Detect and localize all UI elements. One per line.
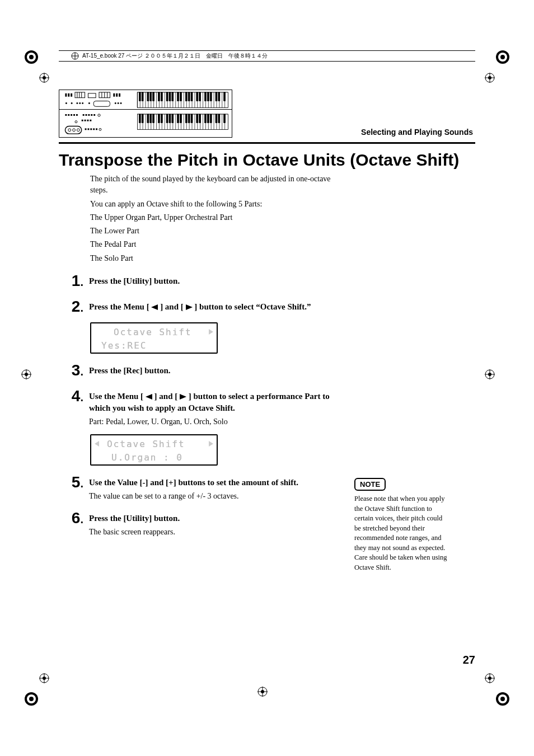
svg-rect-134	[150, 92, 152, 101]
svg-rect-153	[224, 92, 226, 101]
lcd2-line1: Octave Shift	[107, 439, 185, 449]
svg-rect-195	[169, 114, 171, 123]
svg-rect-208	[218, 114, 220, 123]
svg-rect-80	[91, 114, 92, 116]
svg-rect-139	[169, 92, 171, 101]
svg-point-2	[29, 55, 34, 59]
svg-point-11	[500, 697, 505, 701]
svg-point-91	[77, 129, 79, 132]
svg-rect-47	[65, 93, 67, 97]
svg-rect-191	[153, 114, 154, 123]
svg-rect-141	[177, 92, 179, 101]
svg-rect-197	[177, 114, 179, 123]
instrument-panel-illustration	[59, 90, 232, 138]
svg-rect-192	[158, 114, 160, 123]
svg-rect-146	[196, 92, 198, 101]
step-number: 2.	[59, 298, 83, 316]
small-reg-bl	[39, 673, 49, 683]
svg-rect-61	[119, 93, 120, 97]
svg-rect-205	[207, 114, 209, 123]
step-6-detail: The basic screen reappears.	[89, 527, 339, 538]
svg-rect-137	[161, 92, 162, 101]
svg-point-5	[500, 55, 505, 59]
lcd2-line2: U.Organ : 0	[111, 452, 183, 463]
svg-rect-131	[139, 92, 140, 101]
main-column: The pitch of the sound played by the key…	[59, 173, 339, 538]
svg-rect-136	[158, 92, 160, 101]
header-meta-text: AT-15_e.book 27 ページ ２００５年１月２１日 金曜日 午後８時１…	[82, 52, 268, 60]
svg-rect-209	[224, 114, 226, 123]
reg-mark-bottom-left	[24, 691, 39, 707]
svg-rect-54	[88, 93, 96, 98]
svg-point-19	[488, 76, 491, 79]
svg-rect-189	[147, 114, 149, 123]
svg-rect-152	[218, 92, 220, 101]
svg-rect-142	[180, 92, 182, 101]
step-6-instr: Press the [Utility] button.	[89, 513, 339, 524]
step-number: 1.	[59, 272, 83, 290]
svg-rect-87	[90, 120, 91, 121]
svg-rect-149	[207, 92, 209, 101]
svg-point-65	[79, 102, 81, 104]
reg-mark-top-left	[24, 49, 39, 65]
svg-point-89	[68, 129, 71, 132]
keyboard-icon	[59, 90, 232, 137]
svg-rect-93	[87, 128, 89, 130]
panel-and-label-row: Selecting and Playing Sounds	[59, 90, 475, 138]
svg-point-63	[71, 102, 73, 104]
lcd-arrow-right-icon	[209, 329, 213, 335]
svg-point-82	[98, 114, 100, 116]
svg-rect-78	[86, 114, 87, 116]
svg-point-64	[76, 102, 78, 104]
note-text: Please note that when you apply the Octa…	[354, 494, 448, 572]
arrow-left-icon	[151, 304, 158, 310]
divider-thick	[59, 142, 475, 144]
svg-rect-198	[180, 114, 182, 123]
svg-rect-196	[172, 114, 174, 123]
svg-rect-147	[199, 92, 201, 101]
svg-rect-68	[93, 101, 110, 107]
small-reg-mr	[485, 369, 495, 379]
svg-rect-145	[191, 92, 193, 101]
svg-rect-49	[71, 93, 72, 97]
page-number: 27	[463, 654, 475, 666]
arrow-left-icon	[146, 394, 152, 400]
svg-point-71	[120, 102, 122, 104]
svg-rect-201	[191, 114, 193, 123]
svg-rect-202	[196, 114, 198, 123]
step-number: 5.	[59, 473, 83, 491]
lcd-display-2: Octave Shift U.Organ : 0	[90, 434, 218, 466]
svg-rect-95	[93, 128, 95, 130]
lcd1-line2: Yes:REC	[101, 340, 147, 351]
svg-marker-215	[95, 441, 99, 447]
step-5: 5. Use the Value [-] and [+] buttons to …	[59, 473, 339, 502]
svg-rect-144	[188, 92, 190, 101]
side-column: NOTE Please note that when you apply the…	[354, 173, 448, 572]
intro-p1: The pitch of the sound played by the key…	[59, 173, 339, 196]
svg-point-83	[75, 121, 77, 123]
svg-rect-187	[139, 114, 140, 123]
svg-rect-48	[68, 93, 69, 97]
step-number: 6.	[59, 509, 83, 527]
step-5-detail: The value can be set to a range of +/- 3…	[89, 491, 339, 502]
svg-point-39	[261, 690, 264, 693]
lcd1-line1: Octave Shift	[114, 327, 192, 337]
svg-rect-75	[73, 114, 75, 116]
intro-p3: The Upper Organ Part, Upper Orchestral P…	[59, 212, 339, 223]
small-reg-tr	[485, 73, 495, 83]
svg-rect-148	[204, 92, 206, 101]
section-label: Selecting and Playing Sounds	[361, 128, 475, 137]
svg-rect-207	[216, 114, 217, 123]
small-reg-bc	[257, 687, 268, 697]
step-1-instr: Press the [Utility] button.	[89, 275, 339, 287]
reg-mark-top-right	[495, 49, 510, 65]
svg-point-66	[82, 102, 83, 104]
intro-p4: The Lower Part	[59, 226, 339, 237]
svg-rect-143	[185, 92, 187, 101]
svg-rect-150	[210, 92, 212, 101]
lcd-display-1: Octave Shift Yes:REC	[90, 322, 218, 354]
svg-marker-213	[146, 394, 152, 400]
step-1: 1. Press the [Utility] button.	[59, 272, 339, 290]
svg-point-15	[43, 76, 46, 79]
small-reg-ml	[21, 369, 31, 379]
